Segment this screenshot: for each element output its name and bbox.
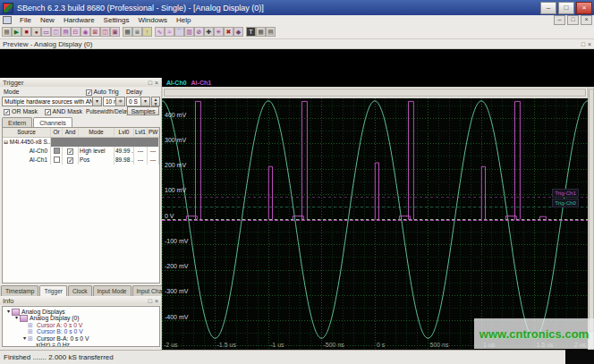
grid-view-icon[interactable]: ▤ bbox=[266, 27, 276, 37]
delete-icon[interactable]: ✖ bbox=[224, 27, 233, 37]
start-acquisition-icon[interactable]: ▶ bbox=[12, 27, 21, 37]
preview-close-icon[interactable]: × bbox=[588, 40, 591, 48]
crosshair-icon[interactable]: ✚ bbox=[204, 27, 214, 37]
menu-new[interactable]: New bbox=[36, 15, 59, 25]
tree-item-cursor-b-a[interactable]: ▾⊞Cursor B-A: 0 s 0 V bbox=[3, 335, 159, 342]
or-checkbox[interactable] bbox=[54, 157, 60, 163]
analog-display-icon[interactable]: ◫ bbox=[51, 27, 61, 37]
menu-windows[interactable]: Windows bbox=[134, 15, 172, 25]
tree-item-cursor-b[interactable]: ⊞Cursor B: 0 s 0 V bbox=[3, 328, 159, 334]
snap-icon[interactable]: ◆ bbox=[233, 27, 243, 37]
and-checkbox-cell[interactable]: ✓ bbox=[63, 156, 79, 165]
channel-label-ai-ch1[interactable]: AI-Ch1 bbox=[191, 80, 212, 86]
lvl0-cell[interactable]: 89.98 ... bbox=[115, 156, 134, 165]
table-group-row[interactable]: ⊟ M4i.4450-x8 S... bbox=[3, 138, 159, 147]
expander-icon[interactable]: ▾ bbox=[13, 315, 20, 321]
mode-cell[interactable]: High level bbox=[79, 147, 115, 156]
tree-item-cursor-a[interactable]: ⊞Cursor A: 0 s 0 V bbox=[3, 322, 159, 328]
menu-help[interactable]: Help bbox=[172, 15, 195, 25]
new-card-icon[interactable]: ▦ bbox=[2, 27, 12, 37]
delay-combo-arrow-icon[interactable]: ▾ bbox=[140, 97, 149, 106]
combined-display-icon[interactable]: ⊟ bbox=[71, 27, 81, 37]
menu-file[interactable]: File bbox=[15, 15, 36, 25]
combo-arrow-icon[interactable]: ▾ bbox=[92, 97, 101, 106]
menu-settings[interactable]: Settings bbox=[99, 15, 134, 25]
mdi-minimize-button[interactable]: – bbox=[554, 15, 565, 25]
digital-display-icon[interactable]: ▤ bbox=[61, 27, 71, 37]
timeout-spin-icon[interactable]: ≑ bbox=[115, 97, 124, 106]
tile-displays-icon[interactable]: ◫ bbox=[100, 27, 110, 37]
disable-icon[interactable]: ⊘ bbox=[194, 27, 204, 37]
tree-item-x-hz-0-hz[interactable]: x(Hz) = 0 Hz bbox=[3, 342, 159, 347]
preview-float-icon[interactable]: □ bbox=[581, 40, 585, 48]
and-checkbox-cell[interactable]: ✓ bbox=[63, 147, 79, 156]
stop-acquisition-icon[interactable]: ■ bbox=[21, 27, 31, 37]
tab-extern[interactable]: Extern bbox=[2, 117, 32, 127]
or-checkbox-cell[interactable] bbox=[51, 147, 63, 156]
maximize-button[interactable]: □ bbox=[558, 2, 574, 14]
channel-label-ai-ch0[interactable]: AI-Ch0 bbox=[166, 80, 187, 86]
waveform-plot[interactable]: 400 mV300 mV200 mV100 mV0 V-100 mV-200 m… bbox=[162, 98, 588, 350]
or-checkbox-cell[interactable] bbox=[51, 156, 63, 165]
horizontal-scrollbar-thumb[interactable] bbox=[164, 89, 586, 97]
close-display-icon[interactable]: ⊠ bbox=[90, 27, 100, 37]
info-list-icon[interactable]: ≣ bbox=[132, 27, 142, 37]
tab-clock[interactable]: Clock bbox=[68, 285, 92, 296]
fft-icon[interactable]: ⌒ bbox=[174, 27, 184, 37]
y-tick-label: 400 mV bbox=[165, 112, 186, 118]
preview-display-icon[interactable]: ▭ bbox=[41, 27, 51, 37]
group-fill bbox=[51, 138, 159, 147]
info-float-icon[interactable]: □ bbox=[148, 297, 152, 305]
mdi-child-icon[interactable] bbox=[3, 16, 12, 24]
record-icon[interactable]: ● bbox=[31, 27, 41, 37]
xy-display-icon[interactable]: ◉ bbox=[81, 27, 90, 37]
close-button[interactable]: × bbox=[576, 2, 592, 14]
table-row[interactable]: AI-Ch1✓Pos89.98 ...------ bbox=[3, 156, 159, 165]
tab-channels[interactable]: Channels bbox=[33, 117, 72, 127]
trigger-float-icon[interactable]: □ bbox=[148, 79, 152, 87]
delay-spinbox[interactable]: ▲▼ bbox=[151, 97, 160, 106]
tree-item-analog-display-0-[interactable]: ▾Analog Display (0) bbox=[3, 315, 159, 321]
info-close-icon[interactable]: × bbox=[155, 297, 158, 305]
auto-trig-checkbox[interactable]: ✓ Auto Trig bbox=[86, 89, 119, 96]
lvl0-cell[interactable]: 49.99 ... bbox=[115, 147, 134, 156]
auto-trig-checkbox-box[interactable]: ✓ bbox=[86, 89, 92, 96]
expander-icon[interactable]: ▾ bbox=[21, 335, 28, 342]
calculator-icon[interactable]: ▦ bbox=[123, 27, 132, 37]
signal-tools-icon[interactable]: ∿ bbox=[155, 27, 165, 37]
trigger-timeout-field[interactable]: 10 ms ≑ bbox=[103, 97, 125, 106]
x-tick-label: -2 us bbox=[164, 342, 178, 348]
mdi-close-button[interactable]: × bbox=[581, 15, 592, 25]
expander-icon[interactable]: ▾ bbox=[5, 309, 12, 315]
or-mask-checkbox[interactable]: ✓ OR Mask bbox=[4, 108, 38, 115]
average-icon[interactable]: ≈ bbox=[165, 27, 174, 37]
vertical-scrollbar[interactable] bbox=[588, 87, 594, 350]
tab-trigger[interactable]: Trigger bbox=[39, 285, 67, 296]
tree-item-label: Cursor B-A: 0 s 0 V bbox=[37, 335, 89, 342]
info-panel-title: Info bbox=[3, 297, 146, 305]
histogram-icon[interactable]: ▥ bbox=[184, 27, 194, 37]
tab-input-mode[interactable]: Input Mode bbox=[93, 285, 132, 296]
text-note-icon[interactable]: T bbox=[246, 27, 256, 37]
preview-display-area[interactable] bbox=[0, 49, 594, 78]
tab-timestamp[interactable]: Timestamp bbox=[1, 285, 38, 296]
table-row[interactable]: AI-Ch0✓High level49.99 ...------ bbox=[3, 147, 159, 156]
cascade-displays-icon[interactable]: ▣ bbox=[110, 27, 120, 37]
mode-cell[interactable]: Pos bbox=[79, 156, 115, 165]
and-checkbox[interactable]: ✓ bbox=[67, 148, 73, 155]
star-burst-icon[interactable]: ✳ bbox=[214, 27, 224, 37]
samples-button[interactable]: Samples bbox=[127, 106, 159, 115]
minimize-button[interactable]: – bbox=[540, 2, 556, 14]
menu-hardware[interactable]: Hardware bbox=[59, 15, 99, 25]
delay-combo[interactable]: 0 S ▾ bbox=[126, 97, 150, 106]
or-checkbox[interactable] bbox=[54, 148, 60, 154]
horizontal-scrollbar[interactable] bbox=[162, 87, 588, 98]
mdi-restore-button[interactable]: □ bbox=[567, 15, 579, 25]
and-mask-checkbox[interactable]: ✓ AND Mask bbox=[45, 108, 82, 115]
trigger-close-icon[interactable]: × bbox=[155, 79, 158, 87]
export-icon[interactable]: ↑ bbox=[142, 27, 152, 37]
table-view-icon[interactable]: ▦ bbox=[256, 27, 266, 37]
trigger-mode-combo[interactable]: Multiple hardware sources with AND/OR ▾ bbox=[2, 97, 102, 106]
vertical-scrollbar-thumb[interactable] bbox=[589, 89, 594, 332]
and-checkbox[interactable]: ✓ bbox=[67, 157, 73, 164]
